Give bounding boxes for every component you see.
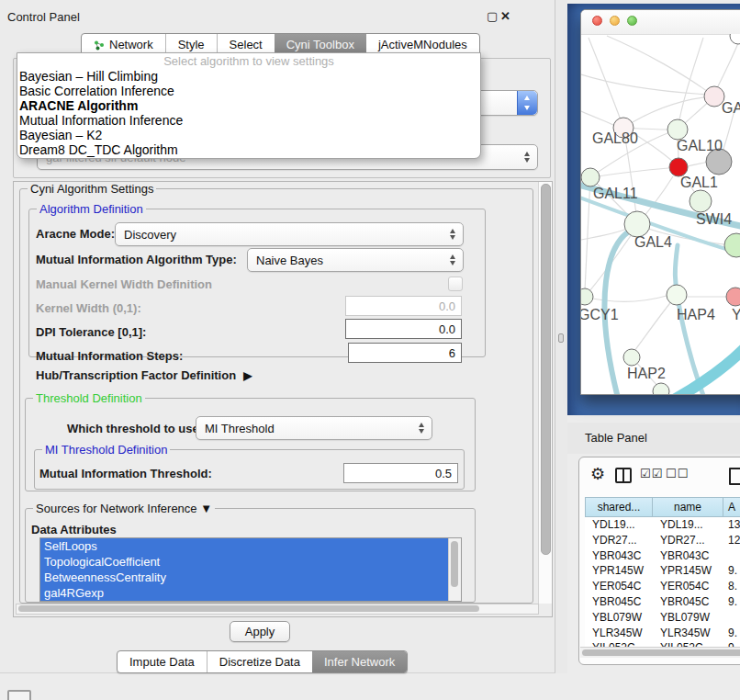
table-row[interactable]: YBL079WYBL079W [585, 610, 740, 626]
combo-arrows-icon [524, 152, 531, 163]
table-header-row: shared...nameA [585, 497, 740, 517]
network-node[interactable] [724, 233, 740, 257]
table-row[interactable]: YLR345WYLR345W9. [585, 626, 740, 641]
network-node[interactable] [730, 34, 740, 44]
aracne-mode-combo[interactable]: Discovery [115, 222, 464, 246]
deselect-all-icon[interactable]: ☐☐ [666, 467, 689, 480]
attribute-list-item[interactable]: BetweennessCentrality [40, 570, 461, 585]
close-button[interactable] [592, 16, 602, 26]
zoom-button[interactable] [627, 16, 637, 26]
attribute-list-item[interactable]: gal4RGexp [40, 585, 461, 601]
network-node-gcy1[interactable] [581, 288, 593, 305]
mi-type-combo[interactable]: Naive Bayes [247, 248, 464, 272]
attribute-list-item[interactable]: SelfLoops [40, 538, 461, 554]
collapse-arrow-icon[interactable]: ▼ [200, 502, 212, 515]
minimize-button[interactable] [610, 16, 620, 26]
network-node-y[interactable] [726, 288, 740, 306]
column-header[interactable]: A [723, 497, 740, 517]
group-title: Threshold Definition [33, 391, 145, 405]
table-row[interactable]: YPR145WYPR145W9. [585, 563, 740, 579]
close-panel-icon[interactable]: ✕ [500, 9, 510, 23]
column-header[interactable]: name [653, 497, 723, 517]
scrollbar-thumb[interactable] [18, 605, 479, 612]
gear-icon[interactable]: ⚙ [590, 466, 605, 482]
algorithm-option[interactable]: Mutual Information Inference [17, 113, 480, 128]
select-all-icon[interactable]: ☑☑ [640, 467, 663, 480]
algorithm-option[interactable]: Dream8 DC_TDC Algorithm [17, 142, 480, 157]
algorithm-option[interactable]: ARACNE Algorithm [17, 98, 480, 113]
tab-discretize-data[interactable]: Discretize Data [207, 651, 312, 672]
group-title: Sources for Network Inference ▼ [33, 502, 215, 515]
hub-definition-expander[interactable]: Hub/Transcription Factor Definition▶ [36, 368, 252, 382]
tab-label: jActiveMNodules [378, 38, 467, 51]
dpi-tolerance-input[interactable] [345, 319, 462, 339]
network-node-gal11[interactable] [581, 168, 600, 186]
table-cell: YIL052C [585, 640, 653, 647]
table-cell: YBR045C [585, 594, 653, 610]
table-row[interactable]: YDR27...YDR27...12 [585, 533, 740, 548]
float-panel-icon[interactable]: ▢ [487, 9, 498, 23]
network-node-gal1[interactable] [669, 158, 688, 176]
group-title: Algorithm Definition [37, 202, 146, 216]
mi-threshold-input[interactable] [343, 463, 458, 483]
network-node[interactable] [653, 383, 669, 394]
dpi-tolerance-label: DPI Tolerance [0,1]: [36, 325, 146, 339]
algorithm-option[interactable]: Bayesian – K2 [17, 128, 480, 142]
network-node-swi4[interactable] [690, 190, 712, 212]
attribute-list-item[interactable]: TopologicalCoefficient [40, 554, 461, 570]
table-panel-header: Table Panel [567, 423, 740, 454]
scrollbar-thumb[interactable] [541, 184, 551, 555]
network-node-hap4[interactable] [667, 285, 687, 305]
mi-type-label: Mutual Information Algorithm Type: [36, 253, 237, 266]
table-cell [723, 610, 740, 626]
table-row[interactable]: YER054CYER054C8. [585, 579, 740, 594]
kernel-width-input[interactable] [345, 296, 462, 316]
attribute-list-scrollbar[interactable] [448, 538, 461, 601]
network-window-titlebar[interactable] [581, 10, 740, 35]
network-node-gal4[interactable] [624, 211, 650, 237]
table-cell: YPR145W [653, 563, 723, 579]
tab-label: Infer Network [324, 655, 395, 669]
which-threshold-combo[interactable]: MI Threshold [196, 416, 432, 440]
algorithm-option[interactable]: Basic Correlation Inference [17, 84, 480, 98]
mi-steps-input[interactable] [348, 343, 462, 363]
expander-arrow-icon[interactable]: ▶ [243, 369, 252, 382]
scrollbar-thumb[interactable] [582, 649, 740, 656]
split-view-icon[interactable] [615, 468, 632, 483]
settings-vertical-scrollbar[interactable] [538, 182, 552, 604]
apply-button[interactable]: Apply [230, 621, 290, 642]
mi-steps-label: Mutual Information Steps: [36, 349, 183, 363]
node-label: GAL80 [592, 130, 638, 146]
new-table-icon[interactable] [729, 468, 740, 485]
scrollbar-thumb[interactable] [451, 541, 458, 587]
algorithm-option[interactable]: Bayesian – Hill Climbing [17, 69, 480, 84]
data-attributes-list[interactable]: SelfLoopsTopologicalCoefficientBetweenne… [39, 537, 462, 602]
table-row[interactable]: YBR043CYBR043C [585, 548, 740, 564]
table-cell: YBR045C [653, 594, 723, 610]
table-cell: 8. [723, 579, 740, 594]
node-label: GAL [722, 100, 740, 116]
kernel-width-label: Kernel Width (0,1): [36, 301, 141, 315]
tab-label: Discretize Data [219, 655, 300, 669]
tab-infer-network[interactable]: Infer Network [312, 651, 407, 672]
settings-horizontal-scrollbar[interactable] [16, 604, 539, 615]
combo-arrows-icon [450, 254, 456, 265]
column-header[interactable]: shared... [585, 497, 653, 517]
aracne-mode-value: Discovery [124, 223, 176, 245]
collapsed-panel-icon[interactable] [7, 690, 31, 700]
network-canvas[interactable]: GALGAL80GAL10GAL1GAL11SWI4GAL4GCY1HAP4YH… [581, 34, 740, 394]
node-label: GAL11 [593, 186, 638, 201]
manual-kernel-checkbox[interactable] [448, 277, 463, 291]
network-node-hap2[interactable] [623, 349, 640, 366]
network-view-window[interactable]: GALGAL80GAL10GAL1GAL11SWI4GAL4GCY1HAP4YH… [580, 9, 740, 395]
tab-impute-data[interactable]: Impute Data [118, 651, 207, 672]
network-node-gal10[interactable] [667, 119, 688, 140]
table-row[interactable]: YIL052CYIL052C9. [585, 640, 740, 647]
table-row[interactable]: YDL19...YDL19...13 [585, 517, 740, 533]
control-panel: Control Panel ▢ ✕ NetworkStyleSelectCyni… [0, 0, 555, 673]
table-row[interactable]: YBR045CYBR045C9. [585, 594, 740, 610]
combo-blue-cap-icon[interactable] [517, 91, 537, 115]
table-horizontal-scrollbar[interactable] [580, 647, 740, 658]
splitter-grip-icon[interactable] [558, 333, 564, 343]
panel-splitter[interactable] [555, 0, 567, 673]
